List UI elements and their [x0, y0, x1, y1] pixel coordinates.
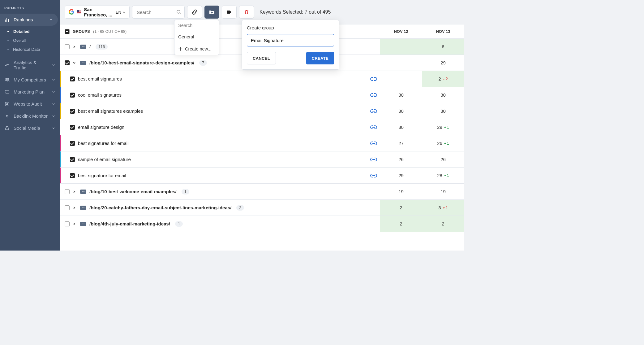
expand-toggle[interactable] [73, 205, 77, 210]
row-checkbox[interactable] [70, 173, 75, 178]
expand-toggle[interactable] [73, 221, 77, 226]
rank-value: 19 [440, 189, 446, 194]
folder-plus-icon [208, 9, 215, 15]
keyword-text[interactable]: best email signatures [78, 76, 122, 81]
keyword-text[interactable]: sample of email signature [78, 157, 131, 162]
keyword-text[interactable]: cool email signatures [78, 92, 122, 98]
group-path[interactable]: /blog/10-best-email-signature-design-exa… [89, 60, 194, 65]
svg-point-10 [84, 63, 84, 63]
chevron-down-icon [52, 102, 56, 107]
rank-value: 2 [400, 221, 402, 226]
group-name-input[interactable] [247, 34, 334, 46]
group-path[interactable]: / [89, 44, 91, 49]
keyword-text[interactable]: best signatures for email [78, 141, 128, 146]
rank-value: 26 [437, 141, 442, 146]
rank-cell: 2 [380, 200, 422, 216]
rank-value: 26 [440, 157, 446, 162]
chevron-down-icon [52, 77, 56, 82]
link-button[interactable] [187, 6, 202, 19]
group-path[interactable]: /blog/20-catchy-fathers-day-email-subjec… [89, 205, 231, 210]
url-link-icon[interactable] [367, 125, 380, 129]
create-button[interactable]: CREATE [306, 52, 334, 64]
row-checkbox[interactable] [70, 125, 75, 130]
sub-historical[interactable]: Historical Data [0, 45, 60, 54]
row-checkbox[interactable] [65, 205, 70, 210]
chevron-up-icon [49, 17, 54, 22]
group-path[interactable]: /blog/10-best-welcome-email-examples/ [89, 189, 177, 194]
rank-cell [380, 39, 422, 55]
expand-toggle[interactable] [73, 60, 77, 65]
rank-value: 30 [398, 92, 404, 98]
nav-analytics[interactable]: Analytics & Traffic [0, 56, 60, 74]
keyword-text[interactable]: best signature for email [78, 173, 126, 178]
expand-toggle[interactable] [73, 44, 77, 49]
sub-detailed[interactable]: Detailed [0, 27, 60, 36]
url-link-icon[interactable] [367, 141, 380, 146]
folder-dd-create[interactable]: Create new... [174, 43, 219, 55]
serp-icon[interactable] [80, 45, 86, 49]
analytics-icon [4, 63, 10, 68]
row-checkbox[interactable] [65, 44, 70, 49]
row-checkbox[interactable] [70, 109, 75, 114]
folder-dd-search[interactable]: Search [174, 20, 219, 31]
expand-toggle[interactable] [73, 189, 77, 194]
nav-backlink[interactable]: Backlink Monitor [0, 110, 60, 122]
rank-value: 3 [438, 205, 441, 210]
row-checkbox[interactable] [65, 221, 70, 226]
url-link-icon[interactable] [367, 93, 380, 97]
delta-indicator: 1 [444, 125, 449, 129]
serp-icon[interactable] [80, 61, 86, 65]
delta-indicator: 1 [444, 141, 449, 146]
row-checkbox[interactable] [70, 93, 75, 98]
serp-icon[interactable] [80, 222, 86, 226]
search-input-wrap[interactable] [132, 6, 185, 19]
rank-cell: 19 [422, 184, 464, 199]
row-checkbox[interactable] [65, 60, 70, 65]
nav-audit[interactable]: Website Audit [0, 98, 60, 110]
rankings-icon [4, 17, 10, 22]
url-link-icon[interactable] [367, 77, 380, 81]
competitors-icon [4, 77, 10, 82]
nav-marketing[interactable]: Marketing Plan [0, 86, 60, 98]
url-link-icon[interactable] [367, 173, 380, 178]
url-link-icon[interactable] [367, 157, 380, 162]
keyword-text[interactable]: email signature design [78, 124, 124, 130]
table-row: best signatures for email27261 [60, 135, 464, 151]
group-path[interactable]: /blog/4th-july-email-marketing-ideas/ [89, 221, 170, 226]
rank-cell [380, 71, 422, 87]
select-all-checkbox[interactable] [65, 29, 70, 34]
url-link-icon[interactable] [367, 109, 380, 113]
serp-icon[interactable] [80, 206, 86, 210]
cancel-button[interactable]: CANCEL [247, 52, 276, 64]
svg-point-6 [83, 46, 84, 47]
nav-social[interactable]: Social Media [0, 122, 60, 134]
rank-value: 27 [398, 141, 404, 146]
rank-cell: 30 [380, 103, 422, 119]
table-row: /blog/4th-july-email-marketing-ideas/122 [60, 216, 464, 232]
sub-overall[interactable]: Overall [0, 36, 60, 45]
svg-point-4 [177, 10, 180, 13]
rank-cell: 30 [380, 119, 422, 135]
folder-dd-item-general[interactable]: General [174, 31, 219, 43]
row-checkbox[interactable] [70, 157, 75, 162]
date-col-2[interactable]: NOV 13 [422, 29, 464, 34]
row-checkbox[interactable] [70, 76, 75, 81]
create-group-popover: Create group CANCEL CREATE [242, 20, 339, 70]
serp-icon[interactable] [80, 190, 86, 194]
svg-rect-2 [5, 102, 9, 106]
svg-point-9 [83, 63, 84, 63]
delete-button[interactable] [239, 6, 254, 19]
location-selector[interactable]: San Francisco, ... EN [65, 6, 130, 19]
delta-indicator: 2 [443, 77, 448, 81]
row-checkbox[interactable] [65, 189, 70, 194]
row-checkbox[interactable] [70, 141, 75, 146]
nav-rankings[interactable]: Rankings [0, 14, 58, 26]
date-col-1[interactable]: NOV 12 [380, 29, 422, 34]
keyword-text[interactable]: best email signatures examples [78, 108, 143, 114]
rank-value: 28 [437, 173, 442, 178]
tag-button[interactable] [222, 6, 237, 19]
chevron-down-icon [52, 114, 56, 119]
delta-indicator: 1 [444, 173, 449, 178]
add-to-folder-button[interactable] [204, 6, 219, 19]
nav-competitors[interactable]: My Competitors [0, 74, 60, 86]
